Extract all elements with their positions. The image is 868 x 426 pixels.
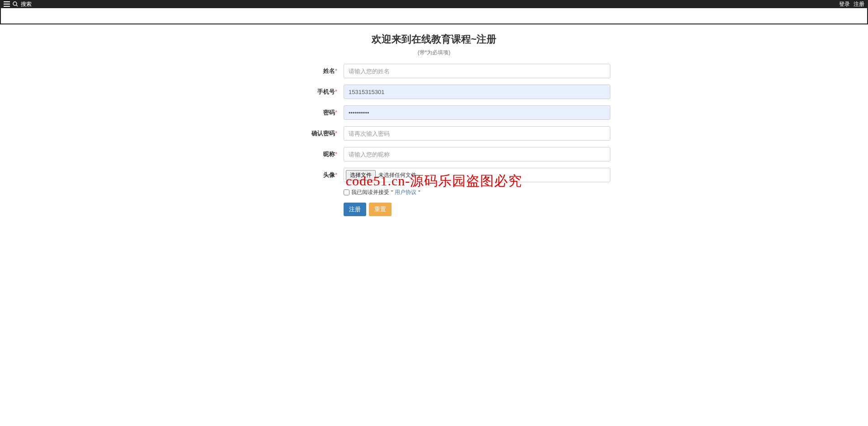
sub-navbar [0, 8, 868, 24]
agreement-quote-open: " [391, 189, 393, 196]
register-form: 姓名* 手机号* 密码* 确认密码* 昵称* 头像* 选择文件 [258, 64, 610, 216]
confirm-password-label: 确认密码* [258, 129, 344, 137]
form-row-password: 密码* [258, 105, 610, 120]
phone-input[interactable] [344, 85, 610, 99]
nickname-input[interactable] [344, 147, 610, 161]
reset-button[interactable]: 重置 [369, 203, 392, 216]
button-row: 注册 重置 [344, 203, 610, 216]
navbar-register-link[interactable]: 注册 [854, 0, 864, 8]
form-row-phone: 手机号* [258, 85, 610, 99]
form-row-avatar: 头像* 选择文件 未选择任何文件 [258, 168, 610, 182]
page-subtitle: (带*为必填项) [0, 49, 868, 57]
agreement-checkbox[interactable] [344, 189, 349, 195]
file-status-text: 未选择任何文件 [376, 171, 416, 179]
agreement-row: 我已阅读并接受"用户协议" [344, 189, 610, 196]
navbar-right: 登录 注册 [839, 0, 864, 8]
svg-point-0 [13, 2, 17, 5]
phone-label: 手机号* [258, 88, 344, 96]
password-input[interactable] [344, 105, 610, 120]
navbar-search-link[interactable]: 搜索 [21, 0, 32, 8]
password-label: 密码* [258, 109, 344, 117]
register-button[interactable]: 注册 [344, 203, 366, 216]
form-row-nickname: 昵称* [258, 147, 610, 161]
avatar-file-input[interactable]: 选择文件 未选择任何文件 [344, 168, 610, 182]
menu-icon[interactable] [4, 1, 10, 7]
user-agreement-link[interactable]: 用户协议 [395, 189, 416, 196]
name-input[interactable] [344, 64, 610, 78]
svg-line-1 [16, 5, 18, 6]
search-icon[interactable] [13, 1, 18, 7]
top-navbar: 搜索 登录 注册 [0, 0, 868, 8]
nickname-label: 昵称* [258, 150, 344, 158]
avatar-label: 头像* [258, 171, 344, 179]
name-label: 姓名* [258, 67, 344, 75]
page-title: 欢迎来到在线教育课程~注册 [0, 33, 868, 46]
confirm-password-input[interactable] [344, 126, 610, 141]
agreement-quote-close: " [418, 189, 420, 196]
file-select-button[interactable]: 选择文件 [346, 170, 376, 180]
navbar-left: 搜索 [4, 0, 32, 8]
navbar-login-link[interactable]: 登录 [839, 0, 850, 8]
form-row-confirm-password: 确认密码* [258, 126, 610, 141]
form-row-name: 姓名* [258, 64, 610, 78]
agreement-text: 我已阅读并接受 [351, 189, 389, 196]
